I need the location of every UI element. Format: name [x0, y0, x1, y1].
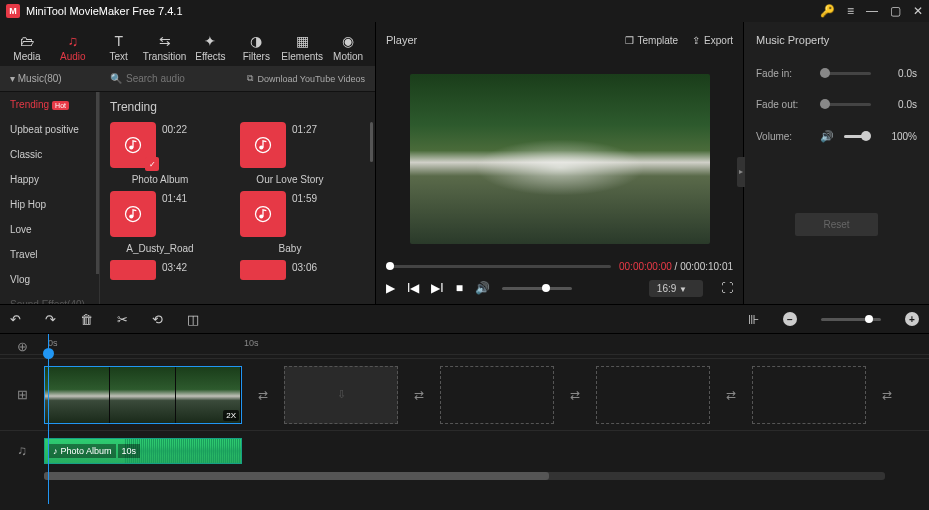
volume-prop-slider[interactable]: [844, 135, 871, 138]
split-icon[interactable]: ✂: [117, 312, 128, 327]
search-input[interactable]: [126, 73, 196, 84]
audio-track[interactable]: ♫ ♪Photo Album 10s: [0, 430, 929, 470]
key-icon[interactable]: 🔑: [820, 4, 835, 18]
fullscreen-icon[interactable]: ⛶: [721, 281, 733, 295]
category-happy[interactable]: Happy: [0, 167, 99, 192]
caret-down-icon[interactable]: ▾: [10, 73, 15, 84]
timecode: 00:00:00:00 / 00:00:10:01: [619, 261, 733, 272]
audio-card[interactable]: 01:27 Our Love Story: [240, 122, 340, 185]
undo-icon[interactable]: ↶: [10, 312, 21, 327]
category-list[interactable]: TrendingHot Upbeat positive Classic Happ…: [0, 92, 100, 304]
audio-thumb-icon: ✓: [110, 122, 156, 168]
zoom-slider[interactable]: [821, 318, 881, 321]
audio-thumb-icon: [240, 191, 286, 237]
preview-area: ▸: [376, 58, 743, 255]
category-hiphop[interactable]: Hip Hop: [0, 192, 99, 217]
drop-slot[interactable]: [596, 366, 710, 424]
timeline-scrollbar[interactable]: [44, 472, 885, 480]
preview-image[interactable]: [410, 74, 710, 244]
menu-icon[interactable]: ≡: [847, 4, 854, 18]
volume-icon[interactable]: 🔊: [820, 130, 834, 143]
elements-icon: ▦: [296, 33, 309, 49]
export-button[interactable]: ⇪Export: [692, 35, 733, 46]
timeline: 0s 10s ⊕ ⊞ 2X ⇄ ⇩ ⇄ ⇄ ⇄ ⇄ ♫ ♪Photo Albu: [0, 334, 929, 510]
transition-slot[interactable]: ⇄: [252, 384, 274, 406]
search-icon[interactable]: 🔍: [110, 73, 122, 84]
category-sfx[interactable]: Sound Effect(40): [0, 292, 99, 304]
export-icon: ⇪: [692, 35, 700, 46]
audio-card[interactable]: 03:06: [240, 260, 340, 280]
audio-duration: 01:59: [292, 191, 317, 204]
category-label[interactable]: Music(80): [18, 73, 62, 84]
fadeout-slider[interactable]: [820, 103, 871, 106]
tab-elements[interactable]: ▦Elements: [279, 29, 325, 66]
audio-card[interactable]: 01:59 Baby: [240, 191, 340, 254]
audio-card[interactable]: ✓00:22 Photo Album: [110, 122, 210, 185]
delete-icon[interactable]: 🗑: [80, 312, 93, 327]
fit-icon[interactable]: ⊪: [748, 312, 759, 327]
audio-thumb-icon: [240, 260, 286, 280]
close-icon[interactable]: ✕: [913, 4, 923, 18]
time-ruler[interactable]: 0s 10s: [0, 334, 929, 354]
tab-transition[interactable]: ⇆Transition: [142, 29, 188, 66]
category-trending[interactable]: TrendingHot: [0, 92, 99, 117]
audio-clip[interactable]: ♪Photo Album 10s: [44, 438, 242, 464]
add-track-icon[interactable]: ⊕: [0, 339, 44, 354]
effects-icon: ✦: [204, 33, 216, 49]
volume-slider[interactable]: [502, 287, 572, 290]
download-youtube-button[interactable]: ⧉Download YouTube Videos: [247, 73, 365, 84]
volume-icon[interactable]: 🔊: [475, 281, 490, 295]
audio-thumb-icon: [110, 260, 156, 280]
drop-slot[interactable]: ⇩: [284, 366, 398, 424]
panel-collapse-icon[interactable]: ▸: [737, 157, 745, 187]
audio-card[interactable]: 03:42: [110, 260, 210, 280]
category-travel[interactable]: Travel: [0, 242, 99, 267]
speed-badge: 2X: [223, 410, 239, 421]
minimize-icon[interactable]: —: [866, 4, 878, 18]
category-love[interactable]: Love: [0, 217, 99, 242]
volume-label: Volume:: [756, 131, 810, 142]
audio-name: A_Dusty_Road: [110, 243, 210, 254]
fadein-value: 0.0s: [881, 68, 917, 79]
category-classic[interactable]: Classic: [0, 142, 99, 167]
transition-slot[interactable]: ⇄: [876, 384, 898, 406]
tab-filters[interactable]: ◑Filters: [233, 29, 279, 66]
tab-motion[interactable]: ◉Motion: [325, 29, 371, 66]
play-icon[interactable]: ▶: [386, 281, 395, 295]
prev-icon[interactable]: I◀: [407, 281, 419, 295]
zoom-out-button[interactable]: −: [783, 312, 797, 326]
next-icon[interactable]: ▶I: [431, 281, 443, 295]
tab-media[interactable]: 🗁Media: [4, 29, 50, 66]
transition-slot[interactable]: ⇄: [564, 384, 586, 406]
aspect-ratio-select[interactable]: 16:9 ▼: [649, 280, 703, 297]
speed-icon[interactable]: ⟲: [152, 312, 163, 327]
audio-card[interactable]: 01:41 A_Dusty_Road: [110, 191, 210, 254]
transition-slot[interactable]: ⇄: [408, 384, 430, 406]
crop-icon[interactable]: ◫: [187, 312, 199, 327]
playhead[interactable]: [48, 334, 49, 504]
player-panel: Player ❒Template ⇪Export ▸ 00:00:00:00 /…: [376, 22, 744, 304]
drop-slot[interactable]: [752, 366, 866, 424]
category-vlog[interactable]: Vlog: [0, 267, 99, 292]
download-label: Download YouTube Videos: [257, 74, 365, 84]
tab-effects[interactable]: ✦Effects: [188, 29, 234, 66]
video-track[interactable]: ⊞ 2X ⇄ ⇩ ⇄ ⇄ ⇄ ⇄: [0, 358, 929, 430]
maximize-icon[interactable]: ▢: [890, 4, 901, 18]
fadein-slider[interactable]: [820, 72, 871, 75]
audio-duration: 01:41: [162, 191, 187, 204]
reset-button[interactable]: Reset: [795, 213, 877, 236]
category-upbeat[interactable]: Upbeat positive: [0, 117, 99, 142]
check-icon: ✓: [145, 157, 159, 171]
template-icon: ❒: [625, 35, 634, 46]
tab-audio[interactable]: ♫Audio: [50, 29, 96, 66]
zoom-in-button[interactable]: +: [905, 312, 919, 326]
scrub-slider[interactable]: [386, 265, 611, 268]
video-clip[interactable]: 2X: [44, 366, 242, 424]
stop-icon[interactable]: ■: [456, 281, 463, 295]
template-button[interactable]: ❒Template: [625, 35, 679, 46]
transition-slot[interactable]: ⇄: [720, 384, 742, 406]
redo-icon[interactable]: ↷: [45, 312, 56, 327]
drop-slot[interactable]: [440, 366, 554, 424]
tab-text[interactable]: TText: [96, 29, 142, 66]
music-icon: ♪: [53, 446, 58, 456]
